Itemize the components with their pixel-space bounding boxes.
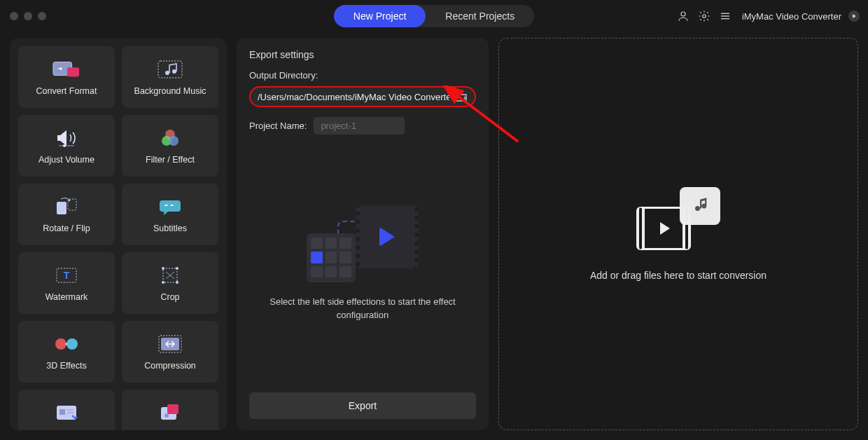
app-play-icon xyxy=(848,11,860,22)
adjust-volume-icon xyxy=(52,127,80,149)
titlebar-right: iMyMac Video Converter xyxy=(676,9,860,23)
svg-rect-6 xyxy=(67,67,79,76)
output-dir-label: Output Directory: xyxy=(249,70,476,81)
tool-id3[interactable]: ID3 xyxy=(18,390,115,430)
crop-icon xyxy=(156,264,184,287)
project-name-label: Project Name: xyxy=(249,121,307,131)
tool-label: Rotate / Flip xyxy=(43,224,90,233)
svg-point-1 xyxy=(703,15,706,18)
output-dir-field[interactable]: /Users/mac/Documents/iMyMac Video Conver… xyxy=(249,86,476,107)
svg-point-11 xyxy=(63,144,66,147)
titlebar: New Project Recent Projects iMyMac Video… xyxy=(0,0,868,32)
browse-folder-icon[interactable] xyxy=(455,91,468,102)
project-name-input[interactable] xyxy=(314,117,405,135)
convert-format-icon xyxy=(52,58,80,81)
export-preview: Select the left side effections to start… xyxy=(249,135,476,392)
tool-subtitles[interactable]: Subtitles xyxy=(122,184,218,245)
menu-icon[interactable] xyxy=(718,9,732,23)
svg-point-20 xyxy=(162,267,164,270)
tool-background-music[interactable]: Background Music xyxy=(122,46,218,108)
svg-point-23 xyxy=(176,281,178,284)
rotate-flip-icon xyxy=(52,195,80,218)
svg-point-21 xyxy=(176,267,178,270)
svg-point-22 xyxy=(162,281,164,284)
screenshot-icon xyxy=(156,401,184,424)
svg-rect-32 xyxy=(59,409,65,415)
export-panel: Export settings Output Directory: /Users… xyxy=(237,38,489,430)
tool-label: 3D Effects xyxy=(46,361,86,371)
tools-panel: Convert Format Background Music Adjust V… xyxy=(10,38,227,430)
tool-filter-effect[interactable]: Filter / Effect xyxy=(122,115,218,177)
export-title: Export settings xyxy=(249,49,476,60)
drop-illustration xyxy=(636,187,720,250)
export-illustration xyxy=(307,205,419,282)
tool-screenshot[interactable]: Screenshot xyxy=(122,390,218,430)
tool-adjust-volume[interactable]: Adjust Volume xyxy=(18,115,115,177)
svg-point-26 xyxy=(55,338,66,350)
filter-effect-icon xyxy=(156,127,184,149)
background-music-icon xyxy=(156,58,184,81)
settings-icon[interactable] xyxy=(697,9,711,23)
svg-point-14 xyxy=(169,136,178,146)
tool-label: ID3 xyxy=(59,429,73,430)
tool-label: Background Music xyxy=(134,86,206,96)
maximize-dot[interactable] xyxy=(38,12,46,20)
id3-icon xyxy=(52,401,80,424)
minimize-dot[interactable] xyxy=(24,12,32,20)
tool-label: Adjust Volume xyxy=(38,155,94,165)
tool-rotate-flip[interactable]: Rotate / Flip xyxy=(18,184,115,245)
tool-label: Watermark xyxy=(46,292,88,302)
drop-zone[interactable]: Add or drag files here to start conversi… xyxy=(498,38,858,430)
tool-label: Crop xyxy=(160,292,179,302)
svg-point-27 xyxy=(66,338,78,350)
tool-label: Convert Format xyxy=(36,86,97,96)
svg-point-8 xyxy=(165,71,169,75)
svg-rect-7 xyxy=(158,61,182,78)
close-dot[interactable] xyxy=(10,12,18,20)
app-name: iMyMac Video Converter xyxy=(742,11,841,22)
tool-label: Compression xyxy=(144,361,196,371)
export-button[interactable]: Export xyxy=(249,392,476,419)
svg-rect-15 xyxy=(57,202,66,214)
watermark-icon: T xyxy=(52,264,80,287)
svg-point-0 xyxy=(681,12,685,16)
3d-effects-icon xyxy=(52,333,80,355)
tool-label: Subtitles xyxy=(153,224,187,233)
project-tabs: New Project Recent Projects xyxy=(334,5,534,27)
svg-rect-36 xyxy=(167,404,178,414)
tool-watermark[interactable]: T Watermark xyxy=(18,252,115,314)
tool-compression[interactable]: Compression xyxy=(122,321,218,383)
tool-label: Screenshot xyxy=(148,429,192,430)
drop-hint: Add or drag files here to start conversi… xyxy=(590,270,766,281)
svg-point-9 xyxy=(172,69,176,74)
tool-crop[interactable]: Crop xyxy=(122,252,218,314)
svg-point-37 xyxy=(164,413,169,418)
compression-icon xyxy=(156,333,184,355)
export-description: Select the left side effections to start… xyxy=(265,295,461,322)
tool-3d-effects[interactable]: 3D Effects xyxy=(18,321,115,383)
tool-convert-format[interactable]: Convert Format xyxy=(18,46,115,108)
window-controls xyxy=(10,12,46,20)
tab-new-project[interactable]: New Project xyxy=(334,5,426,27)
subtitles-icon xyxy=(156,195,184,218)
svg-text:T: T xyxy=(64,270,70,281)
output-dir-value: /Users/mac/Documents/iMyMac Video Conver… xyxy=(258,92,449,102)
tab-recent-projects[interactable]: Recent Projects xyxy=(426,5,534,27)
account-icon[interactable] xyxy=(676,9,690,23)
tool-label: Filter / Effect xyxy=(146,155,195,165)
